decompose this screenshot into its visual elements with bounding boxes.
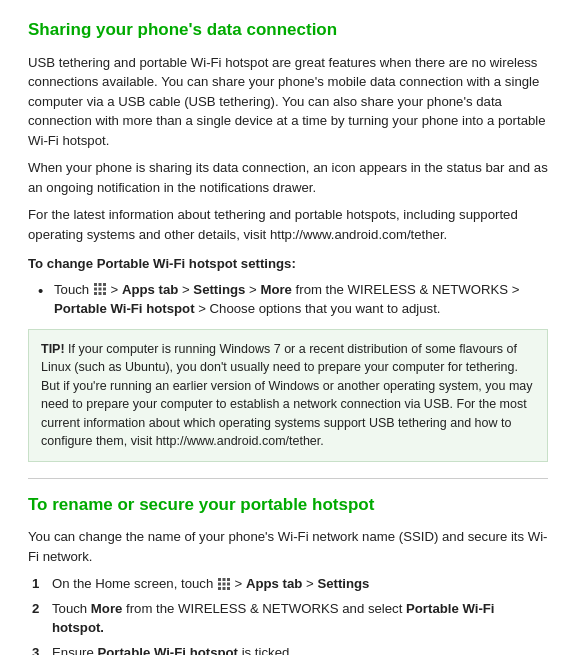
- svg-rect-15: [218, 587, 221, 590]
- step-2: 2 Touch More from the WIRELESS & NETWORK…: [32, 599, 548, 638]
- page-container: Sharing your phone's data connection USB…: [0, 0, 576, 655]
- svg-rect-3: [94, 288, 97, 291]
- svg-rect-9: [218, 578, 221, 581]
- step-1-text: On the Home screen, touch > Apps tab > S…: [52, 574, 369, 594]
- section1-title: Sharing your phone's data connection: [28, 18, 548, 43]
- section1-para1: USB tethering and portable Wi-Fi hotspot…: [28, 53, 548, 151]
- step-3-text: Ensure Portable Wi-Fi hotspot is ticked.: [52, 643, 293, 655]
- step-1: 1 On the Home screen, touch > Apps tab >…: [32, 574, 548, 594]
- tip-text: If your computer is running Windows 7 or…: [41, 342, 533, 449]
- bullet-dot: •: [38, 282, 48, 300]
- section1-para2: When your phone is sharing its data conn…: [28, 158, 548, 197]
- section2-intro: You can change the name of your phone's …: [28, 527, 548, 566]
- settings-label: Settings: [193, 282, 245, 297]
- grid-icon-step1: [217, 577, 231, 591]
- step-1-num: 1: [32, 574, 44, 594]
- svg-rect-16: [222, 587, 225, 590]
- step3-portable-wifi: Portable Wi-Fi hotspot: [97, 645, 238, 655]
- svg-rect-0: [94, 283, 97, 286]
- section1-bold-label: To change Portable Wi-Fi hotspot setting…: [28, 254, 548, 273]
- svg-rect-13: [222, 582, 225, 585]
- numbered-list: 1 On the Home screen, touch > Apps tab >…: [32, 574, 548, 655]
- step-2-text: Touch More from the WIRELESS & NETWORKS …: [52, 599, 548, 638]
- step1-settings: Settings: [317, 576, 369, 591]
- svg-rect-7: [98, 292, 101, 295]
- portable-wifi-label: Portable Wi-Fi hotspot: [54, 301, 195, 316]
- step-3: 3 Ensure Portable Wi-Fi hotspot is ticke…: [32, 643, 548, 655]
- section-divider: [28, 478, 548, 479]
- svg-rect-1: [98, 283, 101, 286]
- tip-label: TIP!: [41, 342, 65, 356]
- svg-rect-8: [103, 292, 106, 295]
- more-label: More: [260, 282, 292, 297]
- section1-para3: For the latest information about tetheri…: [28, 205, 548, 244]
- step1-apps-tab: Apps tab: [246, 576, 302, 591]
- svg-rect-2: [103, 283, 106, 286]
- svg-rect-12: [218, 582, 221, 585]
- svg-rect-10: [222, 578, 225, 581]
- grid-icon: [93, 282, 107, 296]
- svg-rect-4: [98, 288, 101, 291]
- bullet-list: • Touch > Apps tab > Settings > More fro…: [38, 280, 548, 319]
- bullet-item: • Touch > Apps tab > Settings > More fro…: [38, 280, 548, 319]
- apps-tab-label: Apps tab: [122, 282, 178, 297]
- bullet-text: Touch > Apps tab > Settings > More from …: [54, 280, 519, 319]
- step-3-num: 3: [32, 643, 44, 655]
- svg-rect-17: [227, 587, 230, 590]
- svg-rect-14: [227, 582, 230, 585]
- tip-box: TIP! If your computer is running Windows…: [28, 329, 548, 462]
- svg-rect-6: [94, 292, 97, 295]
- svg-rect-11: [227, 578, 230, 581]
- step-2-num: 2: [32, 599, 44, 619]
- svg-rect-5: [103, 288, 106, 291]
- step2-more: More: [91, 601, 123, 616]
- section2-title: To rename or secure your portable hotspo…: [28, 493, 548, 518]
